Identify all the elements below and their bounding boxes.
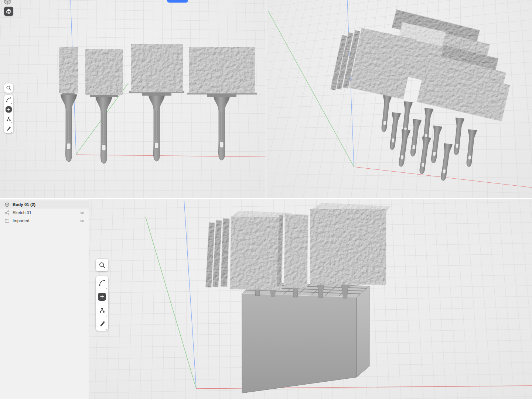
magnifier-icon: [99, 262, 106, 269]
sketch-arc-tool-button[interactable]: [4, 95, 13, 104]
primary-action-button[interactable]: [167, 0, 188, 3]
scene-front: [0, 0, 266, 198]
visibility-eye-icon[interactable]: [79, 210, 85, 215]
tree-row-body[interactable]: Body 01 (2): [0, 200, 89, 209]
scene-iso: [266, 0, 532, 198]
zoom-tool-button[interactable]: [96, 259, 108, 271]
viewport-front[interactable]: [0, 0, 266, 198]
add-tool-button[interactable]: [96, 290, 108, 303]
tools-toolbar: [4, 95, 13, 133]
assembly-tool-button[interactable]: [96, 304, 108, 317]
trim-tool-button[interactable]: [96, 317, 108, 331]
plus-icon: [100, 294, 105, 299]
knife-icon: [99, 320, 106, 327]
assembly-tool-button[interactable]: [4, 114, 13, 124]
imported-folder-icon: [4, 218, 10, 223]
sketch-icon: [4, 210, 10, 216]
assembly-icon: [99, 307, 106, 314]
viewport-iso[interactable]: [266, 0, 532, 198]
sketch-arc-tool-button[interactable]: [96, 276, 108, 290]
brush-model[interactable]: [59, 47, 78, 162]
brush-model[interactable]: [129, 44, 184, 161]
viewport-divider-vertical: [266, 0, 266, 198]
app-window: Body 01 (2) Sketch 01: [0, 0, 532, 399]
layers-icon: [6, 8, 12, 14]
trim-tool-button[interactable]: [4, 124, 13, 133]
tree-row-label: Imported: [13, 219, 29, 223]
plus-icon: [7, 107, 11, 111]
brush-model[interactable]: [187, 47, 257, 160]
object-tree-panel: Body 01 (2) Sketch 01: [0, 199, 89, 399]
layers-button[interactable]: [4, 7, 13, 16]
tree-row-sketch[interactable]: Sketch 01: [0, 209, 89, 217]
visibility-eye-icon[interactable]: [79, 219, 85, 223]
brush-cluster-model[interactable]: [331, 10, 510, 181]
container-box-model[interactable]: [242, 282, 369, 393]
tree-row-label: Body 01 (2): [13, 202, 35, 207]
tree-row-label: Sketch 01: [13, 210, 31, 215]
tools-toolbar: [96, 276, 108, 331]
axis-z-line: [184, 199, 196, 389]
zoom-toolbar: [96, 259, 108, 271]
magnifier-icon: [6, 85, 11, 91]
brush-model[interactable]: [85, 49, 123, 164]
arc-icon: [99, 279, 106, 286]
brush-heads-model[interactable]: [206, 203, 390, 290]
tree-row-imported[interactable]: Imported: [0, 217, 89, 225]
zoom-tool-button[interactable]: [4, 83, 13, 93]
orientation-cube-icon[interactable]: [3, 0, 12, 7]
body-cube-icon: [4, 202, 10, 207]
axis-y-line: [146, 217, 196, 389]
viewport-divider-horizontal: [0, 198, 532, 199]
zoom-toolbar: [4, 83, 13, 93]
add-tool-button[interactable]: [4, 105, 13, 114]
